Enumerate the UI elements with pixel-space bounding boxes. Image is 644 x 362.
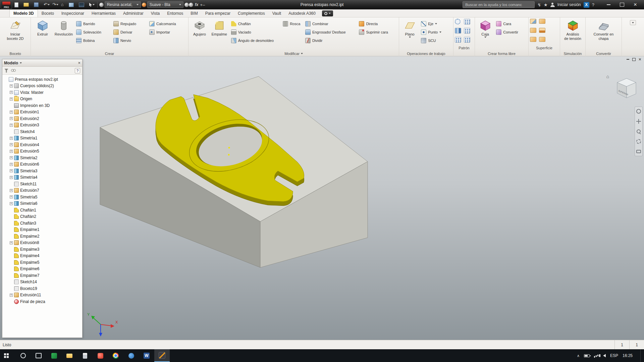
ribbon-tab[interactable]: Para empezar — [202, 10, 234, 17]
ribbon-small-button[interactable]: Suprimir cara — [358, 28, 397, 36]
surface-icon-2[interactable] — [539, 19, 545, 24]
rectangular-pattern-icon[interactable] — [455, 19, 461, 24]
tree-item[interactable]: Final de pieza — [3, 298, 82, 305]
tree-item[interactable]: Extrusión3 — [3, 122, 82, 129]
filter-icon[interactable] — [4, 69, 8, 73]
tree-item[interactable]: Extrusión5 — [3, 148, 82, 155]
maximize-button[interactable] — [615, 0, 629, 9]
volume-icon[interactable] — [603, 354, 606, 357]
ribbon-tab[interactable]: Herramientas — [88, 10, 119, 17]
undo-button[interactable]: ↶ — [43, 2, 51, 8]
orbit-icon[interactable] — [636, 139, 641, 144]
ribbon-small-button[interactable]: Engrosado/ Desfase — [304, 28, 357, 36]
zoom-icon[interactable] — [636, 129, 641, 134]
analisis-tension-button[interactable]: Análisisde tensión — [562, 19, 584, 51]
start-button[interactable] — [0, 349, 15, 362]
clear-appearance-icon[interactable] — [189, 3, 193, 7]
chevron-down-icon[interactable] — [439, 32, 441, 33]
ribbon-tab[interactable]: Modelo 3D — [9, 9, 38, 17]
agujero-button[interactable]: Agujero — [190, 19, 209, 51]
tree-item[interactable]: Empalme3 — [3, 246, 82, 253]
look-at-icon[interactable] — [636, 149, 641, 154]
surface-icon-1[interactable] — [530, 19, 536, 24]
ribbon-small-button[interactable]: Calcomanía — [148, 19, 185, 28]
expand-icon[interactable] — [10, 150, 13, 153]
chrome-icon[interactable] — [108, 349, 123, 362]
tree-item[interactable]: Simetría2 — [3, 155, 82, 161]
render-button[interactable] — [68, 2, 77, 8]
ribbon-tab[interactable]: Autodesk A360 — [285, 10, 319, 17]
expand-icon[interactable] — [10, 84, 13, 87]
tree-item[interactable]: Extrusión8 — [3, 240, 82, 246]
tree-item[interactable]: Empalme7 — [3, 272, 82, 279]
browser-header[interactable]: Modelo × — [2, 59, 82, 67]
pattern-icon-6[interactable] — [464, 37, 470, 43]
ribbon-small-button[interactable]: SCU — [420, 36, 451, 45]
ribbon-small-button[interactable]: Convertir — [495, 28, 527, 36]
notifications-icon[interactable]: ↯ — [537, 2, 541, 7]
ribbon-small-button[interactable]: Directa — [358, 19, 397, 28]
ribbon-small-button[interactable]: Chaflán — [230, 19, 281, 28]
surface-icon-3[interactable] — [530, 28, 536, 33]
ribbon-small-button[interactable]: Solevación — [75, 28, 111, 36]
save-button[interactable] — [33, 2, 42, 8]
tree-item[interactable]: Sketch14 — [3, 279, 82, 286]
home-view-icon[interactable]: ⌂ — [606, 74, 609, 79]
appearance-color-icon[interactable] — [142, 3, 146, 7]
plano-button[interactable]: Plano — [401, 19, 419, 51]
sketch-pattern-icon[interactable] — [455, 28, 461, 34]
chevron-down-icon[interactable] — [409, 37, 411, 38]
doc-minimize-button[interactable] — [627, 59, 629, 60]
screen-button[interactable] — [78, 2, 88, 8]
ribbon-small-button[interactable]: Cara — [495, 19, 527, 28]
exchange-apps-icon[interactable]: X — [584, 2, 589, 8]
screencast-badge[interactable] — [322, 10, 333, 16]
ribbon-small-button[interactable]: Derivar — [112, 28, 147, 36]
home-button[interactable]: ⌂ — [60, 2, 67, 8]
view-cube[interactable]: SUPERIOR — [617, 78, 636, 98]
doc-restore-button[interactable] — [632, 58, 636, 61]
file-explorer-icon[interactable] — [62, 349, 77, 362]
ribbon-tab[interactable]: Vista — [147, 10, 163, 17]
ribbon-tab[interactable]: BIM — [187, 10, 201, 17]
expand-icon[interactable] — [10, 294, 13, 297]
browser-close-icon[interactable]: × — [78, 60, 80, 65]
ribbon-tab[interactable]: Vault — [269, 10, 285, 17]
expand-icon[interactable] — [10, 137, 13, 140]
word-icon[interactable]: W — [139, 349, 154, 362]
sign-in-button[interactable]: Iniciar sesión — [557, 2, 581, 7]
tree-item[interactable]: Extrusión7 — [3, 187, 82, 194]
pan-icon[interactable] — [636, 119, 641, 124]
expand-icon[interactable] — [10, 117, 13, 120]
adjust-appearance-icon[interactable] — [184, 3, 189, 7]
parameters-fx-button[interactable]: fx — [193, 2, 200, 7]
network-icon[interactable] — [594, 354, 599, 358]
caja-button[interactable]: Caja — [477, 19, 494, 51]
tree-item[interactable]: Extrusión2 — [3, 115, 82, 122]
app-red-icon[interactable] — [93, 349, 108, 362]
select-button[interactable] — [88, 2, 96, 7]
search-button[interactable] — [15, 349, 31, 362]
ribbon-tab[interactable]: Administrar — [119, 10, 147, 17]
measure-icon[interactable]: + — [200, 2, 203, 7]
minimize-button[interactable] — [602, 0, 615, 9]
tree-item[interactable]: Sketch4 — [3, 128, 82, 135]
expand-icon[interactable] — [10, 143, 13, 146]
ribbon-small-button[interactable]: Punto — [420, 28, 451, 36]
expand-icon[interactable] — [10, 189, 13, 192]
iniciar-boceto-2d-button[interactable]: Iniciarboceto 2D — [5, 19, 25, 51]
redo-button[interactable]: ↷ — [51, 2, 59, 8]
ribbon-tab[interactable]: Boceto — [38, 10, 58, 17]
task-view-button[interactable] — [31, 349, 46, 362]
tree-item[interactable]: Simetría3 — [3, 168, 82, 174]
ribbon-small-button[interactable]: Barrido — [75, 19, 111, 28]
app-logo[interactable]: PRO — [1, 1, 12, 9]
expand-icon[interactable] — [10, 156, 13, 159]
expand-icon[interactable] — [10, 202, 13, 205]
ribbon-small-button[interactable]: Ángulo de desmoldeo — [230, 36, 281, 45]
ribbon-tab[interactable]: Complementos — [234, 10, 269, 17]
expand-icon[interactable] — [10, 163, 13, 166]
tree-item[interactable]: Chaflán3 — [3, 220, 82, 227]
ribbon-small-button[interactable]: Importar — [148, 28, 185, 36]
expand-icon[interactable] — [10, 111, 13, 114]
